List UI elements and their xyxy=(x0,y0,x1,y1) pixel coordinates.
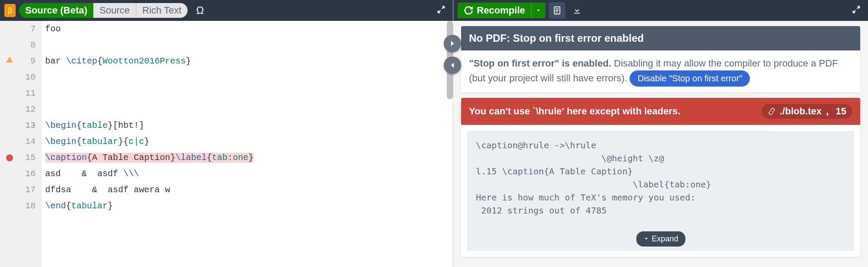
editor-toolbar: β Source (Beta) Source Rich Text Ω xyxy=(0,0,453,21)
special-characters-button[interactable]: Ω xyxy=(196,4,204,17)
code-line[interactable]: foo xyxy=(45,21,453,37)
gutter-line: 13▾ xyxy=(0,117,36,134)
compile-error-body: \caption@hrule ->\hrule \@height \z@ l.1… xyxy=(467,131,854,251)
gutter-line: 17 xyxy=(0,182,36,198)
no-pdf-title: No PDF: Stop on first error enabled xyxy=(461,26,860,50)
rich-text-tab[interactable]: Rich Text xyxy=(136,3,188,18)
code-line[interactable] xyxy=(45,37,453,53)
gutter-line: 10 xyxy=(0,69,36,85)
compile-error-trace: \caption@hrule ->\hrule \@height \z@ l.1… xyxy=(476,140,711,216)
source-tab[interactable]: Source xyxy=(93,3,136,18)
compile-error-title: You can't use `\hrule' here except with … xyxy=(469,106,680,117)
no-pdf-body: "Stop on first error" is enabled. Disabl… xyxy=(461,50,860,93)
sync-buttons xyxy=(444,35,461,74)
download-icon[interactable] xyxy=(569,2,585,19)
editor-code-area[interactable]: foobar \citep{Wootton2016Press}\begin{ta… xyxy=(42,21,453,267)
gutter-line: 7 xyxy=(0,21,36,37)
beta-badge: β xyxy=(4,4,16,17)
gutter-line: 8 xyxy=(0,37,36,53)
fold-icon[interactable]: ▾ xyxy=(32,117,35,134)
code-line[interactable]: \begin{tabular}{c|c} xyxy=(45,134,453,150)
code-line[interactable]: \begin{table}[hbt!] xyxy=(45,117,453,134)
warning-icon[interactable] xyxy=(6,57,13,63)
code-line[interactable]: \end{tabular} xyxy=(45,198,453,214)
code-line[interactable]: \caption{A Table Caption}\label{tab:one} xyxy=(45,150,453,166)
gutter-line: 12 xyxy=(0,101,36,117)
expand-error-button[interactable]: Expand xyxy=(636,231,685,247)
pdf-error-panel: No PDF: Stop on first error enabled "Sto… xyxy=(453,21,868,267)
code-line[interactable] xyxy=(45,85,453,101)
view-mode-segmented: Source (Beta) Source Rich Text xyxy=(19,3,188,18)
recompile-label: Recompile xyxy=(477,5,525,16)
recompile-dropdown[interactable] xyxy=(531,7,545,13)
gutter-line: 15 xyxy=(0,150,36,166)
code-line[interactable]: bar \citep{Wootton2016Press} xyxy=(45,53,453,69)
no-pdf-bold: "Stop on first error" is enabled. xyxy=(469,58,611,69)
editor-gutter: 78910111213▾1415161718 xyxy=(0,21,42,267)
no-pdf-banner: No PDF: Stop on first error enabled "Sto… xyxy=(461,26,860,93)
recompile-button[interactable]: Recompile xyxy=(458,3,531,18)
gutter-line: 9 xyxy=(0,53,36,69)
logs-icon[interactable] xyxy=(549,2,565,19)
gutter-line: 11 xyxy=(0,85,36,101)
error-line: 15 xyxy=(836,106,846,117)
recompile-button-group: Recompile xyxy=(458,3,545,18)
compile-error-box: You can't use `\hrule' here except with … xyxy=(461,98,860,257)
sync-to-code-button[interactable] xyxy=(444,57,461,74)
disable-stop-on-error-button[interactable]: Disable "Stop on first error" xyxy=(630,70,750,87)
compile-error-location[interactable]: ./blob.tex, 15 xyxy=(762,104,852,119)
code-editor[interactable]: ⋮ 78910111213▾1415161718 foobar \citep{W… xyxy=(0,21,453,267)
compile-error-header: You can't use `\hrule' here except with … xyxy=(461,98,860,125)
gutter-line: 16 xyxy=(0,166,36,182)
expand-pdf-icon[interactable] xyxy=(849,2,864,19)
error-file: ./blob.tex xyxy=(780,106,822,117)
code-line[interactable] xyxy=(45,101,453,117)
gutter-line: 18 xyxy=(0,198,36,214)
expand-editor-icon[interactable] xyxy=(434,2,449,19)
code-line[interactable] xyxy=(45,69,453,85)
pdf-toolbar: Recompile xyxy=(453,0,868,21)
code-line[interactable]: asd & asdf \\\ xyxy=(45,166,453,182)
expand-label: Expand xyxy=(652,233,678,245)
gutter-line: 14 xyxy=(0,134,36,150)
source-beta-tab[interactable]: Source (Beta) xyxy=(19,3,93,18)
code-line[interactable]: dfdsa & asdf awera w xyxy=(45,182,453,198)
error-icon[interactable] xyxy=(6,154,13,161)
sync-to-pdf-button[interactable] xyxy=(444,35,461,52)
